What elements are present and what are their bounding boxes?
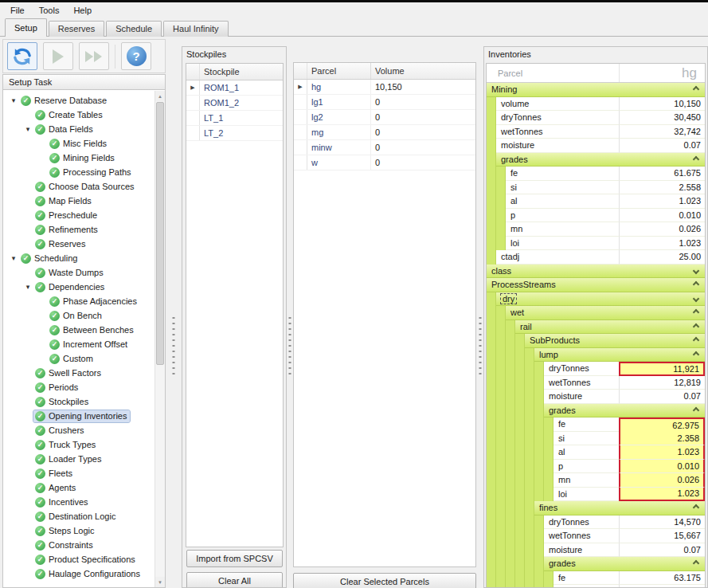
- tree-expander-icon[interactable]: ▾: [8, 254, 19, 262]
- row-selector[interactable]: [294, 95, 307, 109]
- row-selector[interactable]: [294, 155, 307, 170]
- inventory-field-value[interactable]: 2.358: [619, 432, 705, 446]
- tree-expander-icon[interactable]: ▾: [8, 96, 19, 104]
- chevron-up-icon[interactable]: [693, 560, 699, 566]
- tree-item-waste-dumps[interactable]: ✓Waste Dumps: [3, 265, 155, 280]
- stockpile-column-header[interactable]: Stockpile: [200, 64, 283, 80]
- clear-all-button[interactable]: Clear All: [186, 572, 283, 588]
- tree-item-on-bench[interactable]: ✓On Bench: [3, 308, 155, 323]
- tree-item-dependencies[interactable]: ▾✓Dependencies: [3, 280, 155, 294]
- inventory-group-header[interactable]: grades: [544, 557, 705, 571]
- tree-item-choose-data-sources[interactable]: ✓Choose Data Sources: [3, 179, 155, 194]
- tree-item-preschedule[interactable]: ✓Preschedule: [3, 208, 155, 222]
- inventory-field-value[interactable]: 15,667: [619, 529, 705, 543]
- tree-item-periods[interactable]: ✓Periods: [3, 380, 155, 394]
- tree-expander-icon[interactable]: ▾: [22, 283, 33, 291]
- tree-item-constraints[interactable]: ✓Constraints: [3, 538, 155, 552]
- run-button[interactable]: [43, 42, 73, 70]
- chevron-up-icon[interactable]: [693, 351, 699, 358]
- refresh-button[interactable]: [7, 42, 37, 70]
- tree-item-incentives[interactable]: ✓Incentives: [3, 495, 155, 509]
- tree-item-crushers[interactable]: ✓Crushers: [3, 423, 155, 437]
- tree-item-destination-logic[interactable]: ✓Destination Logic: [3, 509, 155, 523]
- tree-item-steps-logic[interactable]: ✓Steps Logic: [3, 523, 155, 538]
- volume-column-header[interactable]: Volume: [371, 63, 475, 79]
- row-selector[interactable]: ▶: [186, 80, 200, 95]
- tab-haul-infinity[interactable]: Haul Infinity: [163, 21, 228, 37]
- parcel-volume-cell[interactable]: 0: [371, 95, 475, 109]
- row-selector[interactable]: ▶: [294, 80, 307, 94]
- chevron-up-icon[interactable]: [693, 86, 699, 92]
- tree-item-processing-paths[interactable]: ✓Processing Paths: [3, 165, 155, 179]
- scroll-up-arrow-icon[interactable]: ▲: [155, 91, 165, 101]
- inventory-field-value[interactable]: 30,450: [619, 111, 705, 125]
- tree-item-misc-fields[interactable]: ✓Misc Fields: [3, 136, 155, 151]
- tab-schedule[interactable]: Schedule: [106, 21, 162, 37]
- inventory-field-value[interactable]: 1.023: [619, 194, 705, 209]
- inventory-group-header[interactable]: lump: [534, 348, 705, 363]
- inventory-group-header[interactable]: SubProducts: [525, 334, 705, 348]
- inventory-group-header[interactable]: class: [487, 265, 705, 279]
- chevron-down-icon[interactable]: [693, 296, 699, 302]
- tree-item-between-benches[interactable]: ✓Between Benches: [3, 323, 155, 337]
- stockpile-row-lt-1[interactable]: LT_1: [186, 111, 283, 126]
- stockpile-row-rom1-2[interactable]: ROM1_2: [186, 96, 283, 111]
- inventory-field-value[interactable]: 2.958: [619, 585, 705, 587]
- row-selector[interactable]: [186, 111, 200, 125]
- tree-item-mining-fields[interactable]: ✓Mining Fields: [3, 151, 155, 165]
- inventory-group-header[interactable]: rail: [515, 320, 705, 335]
- parcel-volume-cell[interactable]: 0: [371, 155, 475, 170]
- stockpile-row-rom1-1[interactable]: ▶ROM1_1: [186, 80, 283, 96]
- tree-scrollbar[interactable]: ▲ ▼: [155, 91, 165, 587]
- inventory-field-value[interactable]: 62.975: [619, 417, 705, 432]
- inventory-group-header[interactable]: Mining: [487, 83, 705, 97]
- inventory-group-header[interactable]: dry: [496, 292, 705, 307]
- inventory-field-value[interactable]: 0.026: [619, 222, 705, 237]
- tree-item-refinements[interactable]: ✓Refinements: [3, 222, 155, 237]
- inventory-group-header[interactable]: grades: [544, 404, 705, 418]
- inventory-field-value[interactable]: 25.00: [619, 250, 705, 265]
- splitter-left[interactable]: [166, 37, 182, 588]
- splitter-grip[interactable]: [173, 317, 175, 374]
- row-selector[interactable]: [294, 110, 307, 124]
- clear-selected-parcels-button[interactable]: Clear Selected Parcels: [293, 573, 476, 588]
- help-button[interactable]: ?: [121, 42, 151, 70]
- splitter-right[interactable]: [477, 37, 483, 588]
- parcel-row-minw[interactable]: minw0: [294, 140, 475, 155]
- inventory-group-header[interactable]: ProcessStreams: [487, 278, 705, 292]
- tree-item-increment-offset[interactable]: ✓Increment Offset: [3, 337, 155, 351]
- tab-setup[interactable]: Setup: [5, 18, 47, 37]
- tree-item-create-tables[interactable]: ✓Create Tables: [3, 108, 155, 122]
- inventory-field-value[interactable]: 32,742: [619, 125, 705, 139]
- inventory-field-value[interactable]: 1.023: [619, 237, 705, 251]
- inventory-group-header[interactable]: fines: [534, 501, 705, 515]
- tree-item-agents[interactable]: ✓Agents: [3, 480, 155, 495]
- tree-item-swell-factors[interactable]: ✓Swell Factors: [3, 366, 155, 380]
- inventory-group-header[interactable]: wet: [506, 306, 705, 320]
- tree-item-loader-types[interactable]: ✓Loader Types: [3, 452, 155, 466]
- tree-item-truck-types[interactable]: ✓Truck Types: [3, 437, 155, 452]
- inventory-field-value[interactable]: 61.675: [619, 167, 705, 181]
- tree-item-reserve-database[interactable]: ▾✓Reserve Database: [3, 93, 155, 108]
- inventory-field-value[interactable]: 2.558: [619, 181, 705, 195]
- inventory-field-value[interactable]: 0.07: [619, 543, 705, 558]
- row-selector[interactable]: [294, 140, 307, 155]
- tree-item-reserves[interactable]: ✓Reserves: [3, 237, 155, 251]
- chevron-up-icon[interactable]: [693, 337, 699, 343]
- tree-item-stockpiles[interactable]: ✓Stockpiles: [3, 394, 155, 409]
- inventory-field-value[interactable]: 0.07: [619, 390, 705, 404]
- parcel-volume-cell[interactable]: 10,150: [371, 80, 475, 94]
- chevron-up-icon[interactable]: [693, 309, 699, 316]
- parcel-volume-cell[interactable]: 0: [371, 140, 475, 155]
- chevron-up-icon[interactable]: [693, 323, 699, 330]
- menu-tools[interactable]: Tools: [32, 3, 67, 18]
- tree-item-map-fields[interactable]: ✓Map Fields: [3, 194, 155, 208]
- inventory-field-value[interactable]: 0.026: [619, 473, 705, 488]
- inventory-field-value[interactable]: 0.010: [619, 460, 705, 474]
- inventory-field-value[interactable]: 0.010: [619, 209, 705, 223]
- chevron-up-icon[interactable]: [693, 281, 699, 288]
- row-selector[interactable]: [186, 126, 200, 140]
- inventory-field-value[interactable]: 10,150: [619, 97, 705, 112]
- import-from-spcsv-button[interactable]: Import from SPCSV: [186, 550, 283, 567]
- tree-item-data-fields[interactable]: ▾✓Data Fields: [3, 122, 155, 136]
